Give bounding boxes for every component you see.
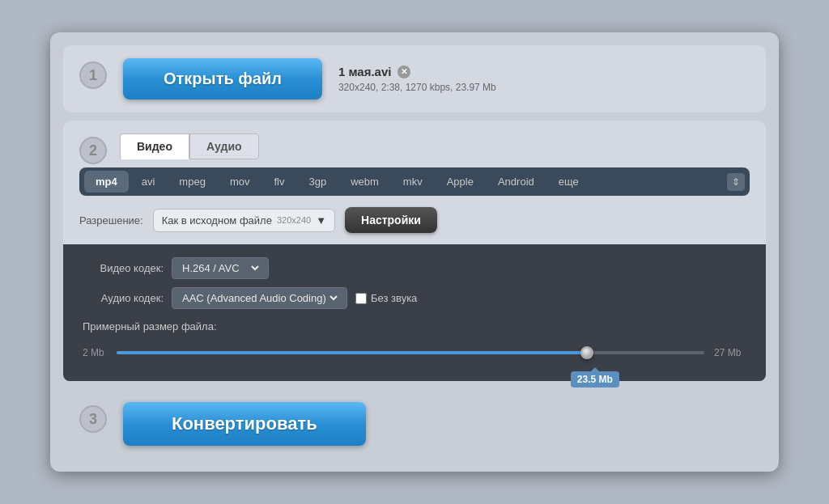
format-android[interactable]: Android <box>487 171 546 193</box>
slider-fill <box>117 351 587 354</box>
tab-video[interactable]: Видео <box>120 133 189 159</box>
format-webm[interactable]: webm <box>339 171 390 193</box>
slider-track <box>117 351 704 354</box>
video-codec-dropdown[interactable]: H.264 / AVC H.265 / HEVC VP9 <box>179 261 261 275</box>
section-3-number: 3 <box>79 405 107 433</box>
filesize-title: Примерный размер файла: <box>83 320 746 332</box>
format-mp4[interactable]: mp4 <box>84 171 129 193</box>
video-codec-select[interactable]: H.264 / AVC H.265 / HEVC VP9 <box>172 257 269 279</box>
settings-button[interactable]: Настройки <box>345 207 437 233</box>
file-info: 1 мая.avi ✕ 320x240, 2:38, 1270 kbps, 23… <box>338 65 496 93</box>
format-apple[interactable]: Apple <box>436 171 485 193</box>
section-2-header: 2 Видео Аудио <box>63 121 766 167</box>
section-1: 1 Открыть файл 1 мая.avi ✕ 320x240, 2:38… <box>63 45 766 112</box>
format-more[interactable]: еще <box>547 171 590 193</box>
format-3gp[interactable]: 3gp <box>297 171 338 193</box>
format-mpeg[interactable]: mpeg <box>168 171 217 193</box>
file-close-icon[interactable]: ✕ <box>397 66 410 78</box>
filesize-section: Примерный размер файла: 2 Mb 23.5 Mb 27 … <box>83 320 746 365</box>
mute-label: Без звука <box>371 292 417 304</box>
section-3: 3 Конвертировать <box>63 389 766 459</box>
resolution-row: Разрешение: Как в исходном файле 320x240… <box>63 207 766 244</box>
file-details: 320x240, 2:38, 1270 kbps, 23.97 Mb <box>338 82 496 93</box>
format-scroll-icon[interactable]: ⇕ <box>727 173 745 191</box>
mute-row: Без звука <box>355 292 417 304</box>
section-2-number: 2 <box>79 137 107 164</box>
open-file-button[interactable]: Открыть файл <box>123 58 322 100</box>
resolution-label: Разрешение: <box>79 214 143 227</box>
slider-tooltip: 23.5 Mb <box>571 371 619 388</box>
file-name-row: 1 мая.avi ✕ <box>338 65 496 78</box>
mute-checkbox[interactable] <box>355 293 367 304</box>
format-flv[interactable]: flv <box>262 171 295 193</box>
settings-panel: Видео кодек: H.264 / AVC H.265 / HEVC VP… <box>63 244 766 381</box>
slider-min-label: 2 Mb <box>83 347 107 358</box>
section-2: 2 Видео Аудио mp4 avi mpeg mov flv 3gp w… <box>63 121 766 381</box>
audio-codec-select[interactable]: AAC (Advanced Audio Coding) MP3 OGG <box>172 287 347 309</box>
slider-thumb[interactable] <box>580 346 593 359</box>
slider-max-label: 27 Mb <box>714 347 746 358</box>
slider-container: 2 Mb 23.5 Mb 27 Mb <box>83 341 746 365</box>
resolution-value: Как в исходном файле <box>162 214 272 227</box>
slider-wrapper: 23.5 Mb <box>117 341 704 365</box>
resolution-dropdown-arrow: ▼ <box>316 214 326 227</box>
resolution-dropdown[interactable]: Как в исходном файле 320x240 ▼ <box>153 209 335 232</box>
tab-audio[interactable]: Аудио <box>189 133 259 159</box>
section-2-inner: 2 Видео Аудио mp4 avi mpeg mov flv 3gp w… <box>63 121 766 381</box>
audio-codec-dropdown[interactable]: AAC (Advanced Audio Coding) MP3 OGG <box>179 291 340 305</box>
format-avi[interactable]: avi <box>130 171 167 193</box>
file-name: 1 мая.avi <box>338 65 392 78</box>
format-mov[interactable]: mov <box>219 171 261 193</box>
format-bar: mp4 avi mpeg mov flv 3gp webm mkv Apple … <box>79 167 750 196</box>
section-1-number: 1 <box>79 61 107 89</box>
tabs-area: Видео Аудио <box>120 133 750 167</box>
audio-codec-row: Аудио кодек: AAC (Advanced Audio Coding)… <box>83 287 746 309</box>
convert-button[interactable]: Конвертировать <box>123 402 366 446</box>
app-container: 1 Открыть файл 1 мая.avi ✕ 320x240, 2:38… <box>50 32 779 472</box>
resolution-hint: 320x240 <box>277 215 311 225</box>
video-codec-label: Видео кодек: <box>83 262 164 274</box>
audio-codec-label: Аудио кодек: <box>83 292 164 304</box>
format-mkv[interactable]: mkv <box>392 171 434 193</box>
video-codec-row: Видео кодек: H.264 / AVC H.265 / HEVC VP… <box>83 257 746 279</box>
tab-buttons: Видео Аудио <box>120 133 750 159</box>
